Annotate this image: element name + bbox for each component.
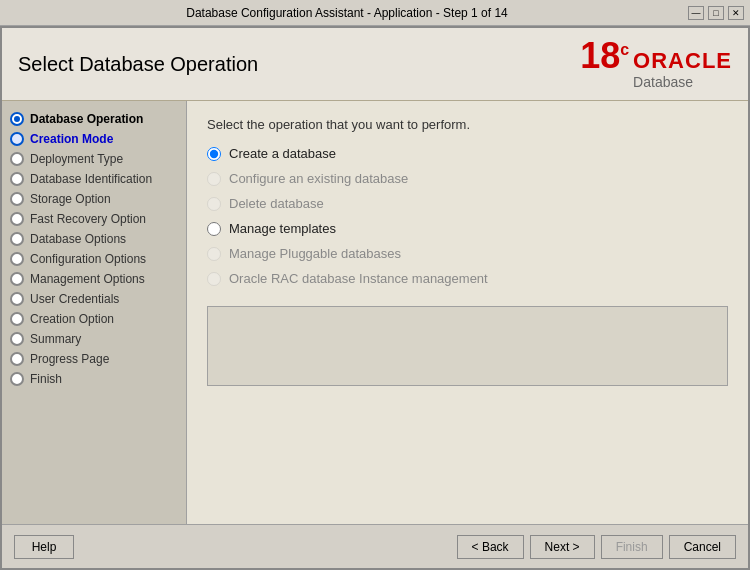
radio-manage-templates[interactable]: Manage templates — [207, 221, 728, 236]
sidebar-item-management-options[interactable]: Management Options — [2, 269, 186, 289]
sidebar: Database Operation Creation Mode Deploym… — [2, 101, 187, 524]
oracle-logo: 18c ORACLE Database — [580, 38, 732, 90]
radio-input-delete-db — [207, 197, 221, 211]
sidebar-item-finish[interactable]: Finish — [2, 369, 186, 389]
step-circle-database-options — [10, 232, 24, 246]
sidebar-item-deployment-type[interactable]: Deployment Type — [2, 149, 186, 169]
radio-configure-db: Configure an existing database — [207, 171, 728, 186]
radio-oracle-rac: Oracle RAC database Instance management — [207, 271, 728, 286]
sidebar-item-creation-option[interactable]: Creation Option — [2, 309, 186, 329]
radio-create-db[interactable]: Create a database — [207, 146, 728, 161]
radio-input-oracle-rac — [207, 272, 221, 286]
next-button[interactable]: Next > — [530, 535, 595, 559]
step-circle-finish — [10, 372, 24, 386]
sidebar-label-finish: Finish — [30, 372, 62, 386]
radio-group: Create a database Configure an existing … — [207, 146, 728, 286]
back-button[interactable]: < Back — [457, 535, 524, 559]
step-circle-deployment-type — [10, 152, 24, 166]
main-panel: Select the operation that you want to pe… — [187, 101, 748, 524]
title-bar: Database Configuration Assistant - Appli… — [0, 0, 750, 26]
step-circle-database-operation — [10, 112, 24, 126]
close-button[interactable]: ✕ — [728, 6, 744, 20]
step-circle-database-identification — [10, 172, 24, 186]
page-title: Select Database Operation — [18, 53, 258, 76]
radio-label-oracle-rac: Oracle RAC database Instance management — [229, 271, 488, 286]
minimize-button[interactable]: — — [688, 6, 704, 20]
sidebar-item-creation-mode[interactable]: Creation Mode — [2, 129, 186, 149]
sidebar-label-creation-mode: Creation Mode — [30, 132, 113, 146]
sidebar-label-deployment-type: Deployment Type — [30, 152, 123, 166]
oracle-version: 18c — [580, 38, 629, 74]
instruction-text: Select the operation that you want to pe… — [207, 117, 728, 132]
sidebar-label-database-operation: Database Operation — [30, 112, 143, 126]
radio-input-configure-db — [207, 172, 221, 186]
navigation-buttons: < Back Next > Finish Cancel — [457, 535, 736, 559]
oracle-brand: ORACLE — [633, 48, 732, 74]
help-button[interactable]: Help — [14, 535, 74, 559]
radio-label-create-db[interactable]: Create a database — [229, 146, 336, 161]
oracle-text: ORACLE Database — [633, 48, 732, 90]
radio-label-manage-templates[interactable]: Manage templates — [229, 221, 336, 236]
radio-input-manage-pluggable — [207, 247, 221, 261]
step-circle-storage-option — [10, 192, 24, 206]
sidebar-label-management-options: Management Options — [30, 272, 145, 286]
title-bar-text: Database Configuration Assistant - Appli… — [6, 6, 688, 20]
sidebar-label-configuration-options: Configuration Options — [30, 252, 146, 266]
radio-manage-pluggable: Manage Pluggable databases — [207, 246, 728, 261]
main-window: Select Database Operation 18c ORACLE Dat… — [0, 26, 750, 570]
sidebar-label-database-identification: Database Identification — [30, 172, 152, 186]
sidebar-item-progress-page[interactable]: Progress Page — [2, 349, 186, 369]
sidebar-item-user-credentials[interactable]: User Credentials — [2, 289, 186, 309]
maximize-button[interactable]: □ — [708, 6, 724, 20]
radio-label-manage-pluggable: Manage Pluggable databases — [229, 246, 401, 261]
bottom-bar: Help < Back Next > Finish Cancel — [2, 524, 748, 568]
sidebar-label-summary: Summary — [30, 332, 81, 346]
step-circle-fast-recovery-option — [10, 212, 24, 226]
radio-label-delete-db: Delete database — [229, 196, 324, 211]
description-box — [207, 306, 728, 386]
title-bar-buttons: — □ ✕ — [688, 6, 744, 20]
step-circle-summary — [10, 332, 24, 346]
header: Select Database Operation 18c ORACLE Dat… — [2, 28, 748, 101]
sidebar-item-database-options[interactable]: Database Options — [2, 229, 186, 249]
cancel-button[interactable]: Cancel — [669, 535, 736, 559]
step-circle-creation-option — [10, 312, 24, 326]
sidebar-label-progress-page: Progress Page — [30, 352, 109, 366]
radio-input-manage-templates[interactable] — [207, 222, 221, 236]
sidebar-label-creation-option: Creation Option — [30, 312, 114, 326]
sidebar-label-database-options: Database Options — [30, 232, 126, 246]
sidebar-item-configuration-options[interactable]: Configuration Options — [2, 249, 186, 269]
finish-button[interactable]: Finish — [601, 535, 663, 559]
sidebar-label-storage-option: Storage Option — [30, 192, 111, 206]
step-circle-user-credentials — [10, 292, 24, 306]
radio-label-configure-db: Configure an existing database — [229, 171, 408, 186]
sidebar-label-user-credentials: User Credentials — [30, 292, 119, 306]
sidebar-label-fast-recovery-option: Fast Recovery Option — [30, 212, 146, 226]
sidebar-item-summary[interactable]: Summary — [2, 329, 186, 349]
sidebar-item-database-operation[interactable]: Database Operation — [2, 109, 186, 129]
radio-delete-db: Delete database — [207, 196, 728, 211]
step-circle-progress-page — [10, 352, 24, 366]
content-area: Database Operation Creation Mode Deploym… — [2, 101, 748, 524]
sidebar-item-fast-recovery-option[interactable]: Fast Recovery Option — [2, 209, 186, 229]
radio-input-create-db[interactable] — [207, 147, 221, 161]
oracle-product: Database — [633, 74, 693, 90]
sidebar-item-storage-option[interactable]: Storage Option — [2, 189, 186, 209]
step-circle-configuration-options — [10, 252, 24, 266]
step-circle-creation-mode — [10, 132, 24, 146]
step-circle-management-options — [10, 272, 24, 286]
sidebar-item-database-identification[interactable]: Database Identification — [2, 169, 186, 189]
